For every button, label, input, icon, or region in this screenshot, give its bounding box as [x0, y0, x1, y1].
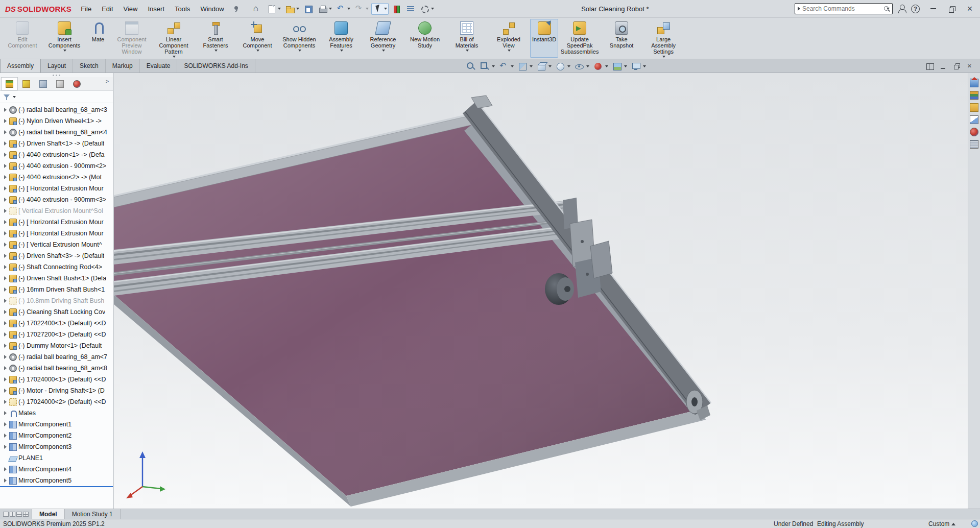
- ribbon-button[interactable]: Insert Components: [44, 19, 85, 58]
- expand-arrow-icon[interactable]: [4, 445, 7, 449]
- dropdown-caret-icon[interactable]: [530, 65, 533, 67]
- expand-arrow-icon[interactable]: [4, 186, 7, 190]
- feature-tree-item[interactable]: PLANE1: [0, 452, 113, 464]
- expand-arrow-icon[interactable]: [4, 231, 7, 235]
- expand-arrow-icon[interactable]: [4, 265, 7, 269]
- close-icon[interactable]: [965, 62, 975, 71]
- dropdown-caret-icon[interactable]: [662, 56, 665, 58]
- ribbon-button[interactable]: Mate: [86, 19, 110, 58]
- dropdown-caret-icon[interactable]: [384, 8, 387, 10]
- single-view-icon[interactable]: [3, 512, 9, 517]
- feature-tree-item[interactable]: (-) 17024000<1> (Default) <<D: [0, 374, 113, 385]
- heads-up-button[interactable]: [631, 61, 646, 71]
- feature-tree-item[interactable]: (-) 4040 extrusion - 900mm<2>: [0, 160, 113, 172]
- feature-tree-item[interactable]: (-) 4040 extrusion<1> -> (Defa: [0, 149, 113, 160]
- command-manager-tab[interactable]: Markup: [106, 59, 140, 73]
- quick-access-button[interactable]: [390, 3, 403, 15]
- manager-pane-tab[interactable]: [1, 77, 18, 90]
- expand-arrow-icon[interactable]: [4, 164, 7, 168]
- quick-access-button[interactable]: [353, 3, 370, 15]
- heads-up-button[interactable]: [555, 61, 570, 71]
- expand-arrow-icon[interactable]: [4, 434, 7, 438]
- custom-config-selector[interactable]: Custom: [928, 520, 955, 527]
- quick-access-button[interactable]: [265, 3, 282, 15]
- minimize-icon[interactable]: [938, 62, 948, 71]
- close-icon[interactable]: [961, 2, 979, 16]
- dropdown-caret-icon[interactable]: [173, 56, 176, 58]
- custom-properties-icon[interactable]: [970, 140, 978, 149]
- expand-arrow-icon[interactable]: [4, 478, 7, 483]
- dropdown-caret-icon[interactable]: [347, 8, 350, 10]
- ribbon-button[interactable]: Instant3D: [530, 19, 558, 58]
- user-account-icon[interactable]: [897, 4, 907, 14]
- expand-arrow-icon[interactable]: [4, 310, 7, 314]
- feature-tree-item[interactable]: MirrorComponent3: [0, 441, 113, 452]
- ribbon-button[interactable]: Edit Component: [2, 19, 43, 58]
- model-tab[interactable]: Motion Study 1: [65, 509, 121, 519]
- expand-arrow-icon[interactable]: [4, 175, 7, 179]
- heads-up-button[interactable]: [498, 61, 514, 71]
- feature-tree-item[interactable]: (-) [ Horizontal Extrusion Mour: [0, 217, 113, 228]
- menu-item[interactable]: Window: [195, 3, 229, 15]
- feature-tree-item[interactable]: MirrorComponent4: [0, 464, 113, 475]
- dropdown-caret-icon[interactable]: [586, 65, 589, 67]
- dropdown-caret-icon[interactable]: [296, 8, 299, 10]
- quick-access-button[interactable]: [371, 3, 389, 15]
- search-scope-chevron-icon[interactable]: [798, 7, 800, 11]
- filter-icon[interactable]: [3, 93, 11, 101]
- dropdown-caret-icon[interactable]: [466, 50, 469, 52]
- dropdown-caret-icon[interactable]: [298, 50, 301, 52]
- manager-pane-tab[interactable]: [68, 77, 85, 90]
- dropdown-caret-icon[interactable]: [624, 65, 627, 67]
- design-library-icon[interactable]: [970, 91, 978, 100]
- dropdown-caret-icon[interactable]: [431, 8, 434, 10]
- minimize-icon[interactable]: [924, 2, 942, 16]
- help-icon[interactable]: [911, 5, 920, 13]
- feature-tree-item[interactable]: [ Vertical Extrusion Mount^Sol: [0, 205, 113, 217]
- quick-access-button[interactable]: [316, 3, 333, 15]
- manager-pane-tab[interactable]: [35, 77, 52, 90]
- feature-tree-item[interactable]: (-) 4040 extrusion<2> -> (Mot: [0, 172, 113, 183]
- dropdown-caret-icon[interactable]: [366, 8, 369, 10]
- feature-tree-item[interactable]: (-) Driven Shaft<3> -> (Default: [0, 250, 113, 261]
- expand-arrow-icon[interactable]: [4, 389, 7, 393]
- heads-up-button[interactable]: [480, 61, 495, 71]
- restore-icon[interactable]: [942, 2, 961, 16]
- manager-tabs-overflow-button[interactable]: >: [103, 78, 112, 84]
- expand-arrow-icon[interactable]: [4, 377, 7, 381]
- dropdown-caret-icon[interactable]: [643, 65, 646, 67]
- ribbon-button[interactable]: Assembly Features: [321, 19, 362, 58]
- expand-arrow-icon[interactable]: [4, 344, 7, 348]
- filter-dropdown-caret-icon[interactable]: [13, 96, 16, 98]
- feature-tree-item[interactable]: (-) Shaft Connectring Rod<4>: [0, 261, 113, 273]
- expand-arrow-icon[interactable]: [4, 299, 7, 303]
- feature-tree-item[interactable]: (-) 4040 extrusion - 900mm<3>: [0, 194, 113, 205]
- expand-arrow-icon[interactable]: [4, 276, 7, 280]
- feature-tree-item[interactable]: (-) Dummy Motor<1> (Default: [0, 340, 113, 351]
- feature-tree-item[interactable]: (-) Driven Shaft Bush<1> (Defa: [0, 273, 113, 284]
- menu-item[interactable]: File: [76, 3, 97, 15]
- dropdown-caret-icon[interactable]: [256, 50, 259, 52]
- ribbon-button[interactable]: Component Preview Window: [111, 19, 152, 58]
- feature-tree-item[interactable]: (-) [ Horizontal Extrusion Mour: [0, 228, 113, 239]
- quick-access-button[interactable]: [283, 3, 301, 15]
- dropdown-caret-icon[interactable]: [508, 50, 511, 52]
- feature-tree-item[interactable]: (-) 17027200<1> (Default) <<D: [0, 329, 113, 340]
- quick-access-button[interactable]: [334, 3, 352, 15]
- dropdown-caret-icon[interactable]: [548, 65, 552, 67]
- ribbon-button[interactable]: Smart Fasteners: [195, 19, 236, 58]
- feature-tree-item[interactable]: (-) radial ball bearing_68_am<4: [0, 127, 113, 138]
- heads-up-button[interactable]: [593, 61, 608, 71]
- heads-up-button[interactable]: [517, 61, 533, 71]
- menu-item[interactable]: Insert: [143, 3, 170, 15]
- expand-arrow-icon[interactable]: [4, 209, 7, 213]
- four-view-icon[interactable]: [23, 512, 29, 517]
- two-view-vertical-icon[interactable]: [16, 512, 22, 517]
- quick-access-button[interactable]: [302, 3, 315, 15]
- model-view[interactable]: [114, 73, 968, 509]
- ribbon-button[interactable]: Linear Component Pattern: [153, 19, 194, 58]
- ribbon-button[interactable]: Bill of Materials: [446, 19, 487, 58]
- heads-up-button[interactable]: [574, 61, 589, 71]
- ribbon-button[interactable]: New Motion Study: [404, 19, 445, 58]
- expand-arrow-icon[interactable]: [4, 332, 7, 337]
